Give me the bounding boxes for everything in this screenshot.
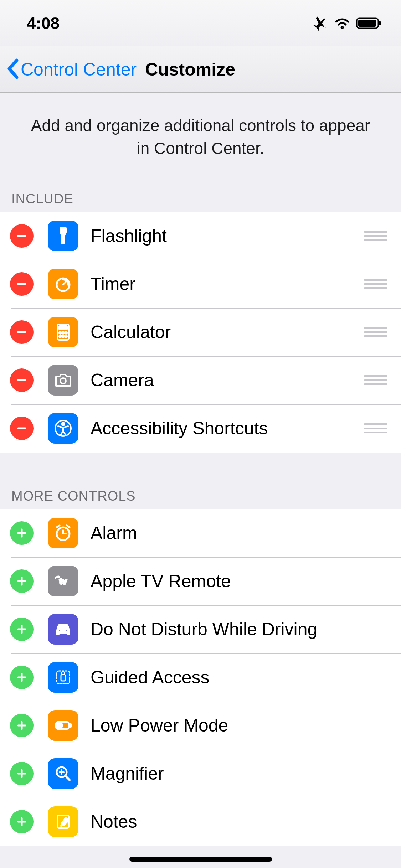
calculator-icon [48, 317, 78, 347]
row-camera: Camera [0, 356, 401, 404]
nav-bar: Control Center Customize [0, 46, 401, 93]
camera-icon [48, 365, 78, 396]
row-guided-access: Guided Access [0, 653, 401, 702]
add-button-apple-tv-remote[interactable] [10, 569, 34, 593]
section-header-more: MORE CONTROLS [0, 453, 401, 509]
row-alarm: Alarm [0, 509, 401, 557]
status-icons [312, 15, 381, 31]
drag-handle-camera[interactable] [364, 375, 387, 385]
status-bar: 4:08 [0, 0, 401, 46]
add-button-low-power-mode[interactable] [10, 714, 34, 737]
row-flashlight: Flashlight [0, 212, 401, 260]
home-indicator[interactable] [129, 857, 272, 862]
row-label-calculator: Calculator [91, 322, 364, 342]
accessibility-icon [48, 413, 78, 444]
add-button-dnd-driving[interactable] [10, 618, 34, 641]
row-label-camera: Camera [91, 370, 364, 391]
wifi-icon [334, 17, 350, 30]
notes-icon [48, 806, 78, 837]
row-notes: Notes [0, 798, 401, 846]
flashlight-icon [48, 221, 78, 251]
svg-rect-1 [358, 20, 376, 27]
include-list: FlashlightTimerCalculatorCameraAccessibi… [0, 212, 401, 453]
svg-rect-2 [379, 21, 381, 25]
add-button-guided-access[interactable] [10, 666, 34, 689]
row-label-timer: Timer [91, 274, 364, 294]
battery-icon [48, 710, 78, 741]
remove-button-accessibility-shortcuts[interactable] [10, 417, 34, 440]
drag-handle-timer[interactable] [364, 279, 387, 289]
timer-icon [48, 269, 78, 299]
drag-handle-accessibility-shortcuts[interactable] [364, 423, 387, 433]
alarm-icon [48, 518, 78, 548]
row-dnd-driving: Do Not Disturb While Driving [0, 605, 401, 653]
row-apple-tv-remote: Apple TV Remote [0, 557, 401, 605]
guided-icon [48, 662, 78, 693]
car-icon [48, 614, 78, 645]
drag-handle-calculator[interactable] [364, 327, 387, 337]
description-text: Add and organize additional controls to … [0, 93, 401, 181]
remove-button-camera[interactable] [10, 368, 34, 392]
row-label-apple-tv-remote: Apple TV Remote [91, 571, 391, 591]
row-calculator: Calculator [0, 308, 401, 356]
back-button[interactable]: Control Center [6, 58, 137, 81]
row-label-alarm: Alarm [91, 523, 391, 543]
row-magnifier: Magnifier [0, 750, 401, 798]
row-low-power-mode: Low Power Mode [0, 702, 401, 750]
remove-button-timer[interactable] [10, 272, 34, 296]
remove-button-calculator[interactable] [10, 320, 34, 344]
add-button-notes[interactable] [10, 810, 34, 833]
page-title: Customize [145, 59, 235, 80]
drag-handle-flashlight[interactable] [364, 231, 387, 241]
row-accessibility-shortcuts: Accessibility Shortcuts [0, 404, 401, 453]
row-label-magnifier: Magnifier [91, 763, 391, 784]
row-label-dnd-driving: Do Not Disturb While Driving [91, 619, 391, 640]
row-label-flashlight: Flashlight [91, 226, 364, 246]
battery-icon [356, 17, 381, 29]
section-header-include: INCLUDE [0, 181, 401, 212]
more-list: AlarmApple TV RemoteDo Not Disturb While… [0, 509, 401, 846]
appletv-icon [48, 566, 78, 596]
back-button-label: Control Center [21, 59, 137, 80]
row-label-low-power-mode: Low Power Mode [91, 715, 391, 736]
chevron-left-icon [6, 58, 19, 81]
airplane-mode-icon [312, 15, 328, 31]
row-label-accessibility-shortcuts: Accessibility Shortcuts [91, 418, 364, 439]
row-label-notes: Notes [91, 811, 391, 832]
add-button-magnifier[interactable] [10, 762, 34, 785]
remove-button-flashlight[interactable] [10, 224, 34, 248]
row-timer: Timer [0, 260, 401, 308]
row-label-guided-access: Guided Access [91, 667, 391, 688]
magnifier-icon [48, 758, 78, 789]
add-button-alarm[interactable] [10, 521, 34, 545]
status-time: 4:08 [27, 14, 60, 33]
